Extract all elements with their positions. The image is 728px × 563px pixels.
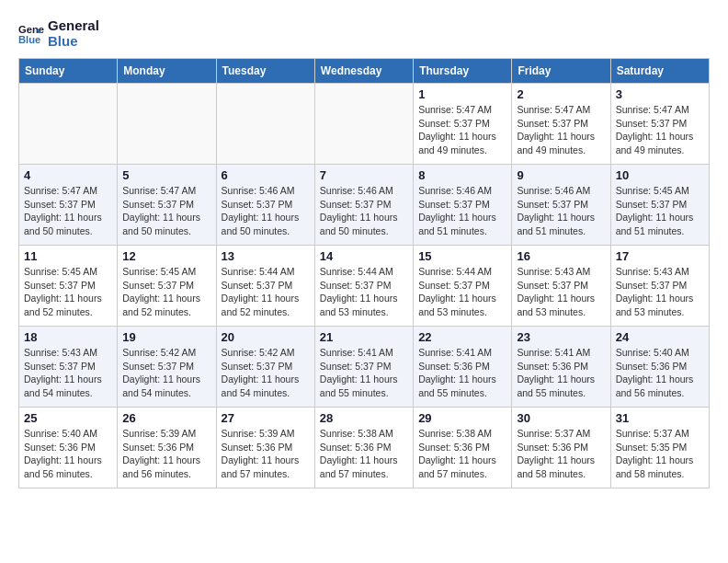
day-number: 3 [616, 87, 704, 101]
day-number: 27 [222, 411, 310, 425]
day-number: 6 [222, 168, 310, 182]
day-info: Sunrise: 5:41 AMSunset: 5:36 PMDaylight:… [418, 346, 506, 400]
calendar-day-cell: 10Sunrise: 5:45 AMSunset: 5:37 PMDayligh… [610, 165, 709, 246]
day-info: Sunrise: 5:38 AMSunset: 5:36 PMDaylight:… [320, 427, 408, 481]
calendar-day-cell [314, 84, 413, 165]
day-number: 25 [24, 411, 112, 425]
svg-text:Blue: Blue [18, 34, 40, 45]
day-info: Sunrise: 5:47 AMSunset: 5:37 PMDaylight:… [517, 103, 605, 157]
calendar-week-row: 4Sunrise: 5:47 AMSunset: 5:37 PMDaylight… [19, 165, 710, 246]
logo-icon: General Blue [18, 21, 44, 47]
day-info: Sunrise: 5:47 AMSunset: 5:37 PMDaylight:… [616, 103, 704, 157]
day-info: Sunrise: 5:37 AMSunset: 5:35 PMDaylight:… [616, 427, 704, 481]
day-info: Sunrise: 5:37 AMSunset: 5:36 PMDaylight:… [517, 427, 605, 481]
calendar-day-cell [118, 84, 216, 165]
weekday-header-tuesday: Tuesday [216, 59, 314, 84]
day-number: 24 [616, 330, 704, 344]
calendar-day-cell: 17Sunrise: 5:43 AMSunset: 5:37 PMDayligh… [610, 246, 709, 327]
day-info: Sunrise: 5:41 AMSunset: 5:36 PMDaylight:… [517, 346, 605, 400]
calendar-day-cell: 12Sunrise: 5:45 AMSunset: 5:37 PMDayligh… [118, 246, 216, 327]
day-number: 5 [122, 168, 210, 182]
day-info: Sunrise: 5:40 AMSunset: 5:36 PMDaylight:… [24, 427, 112, 481]
calendar-day-cell: 31Sunrise: 5:37 AMSunset: 5:35 PMDayligh… [610, 408, 709, 488]
calendar-day-cell: 4Sunrise: 5:47 AMSunset: 5:37 PMDaylight… [19, 165, 118, 246]
day-number: 15 [418, 249, 506, 263]
calendar-day-cell: 1Sunrise: 5:47 AMSunset: 5:37 PMDaylight… [414, 84, 512, 165]
calendar-day-cell: 11Sunrise: 5:45 AMSunset: 5:37 PMDayligh… [19, 246, 118, 327]
day-number: 17 [616, 249, 704, 263]
day-number: 12 [122, 249, 210, 263]
calendar-day-cell: 24Sunrise: 5:40 AMSunset: 5:36 PMDayligh… [610, 327, 709, 408]
weekday-header-saturday: Saturday [610, 59, 709, 84]
day-info: Sunrise: 5:43 AMSunset: 5:37 PMDaylight:… [517, 265, 605, 319]
calendar-day-cell: 18Sunrise: 5:43 AMSunset: 5:37 PMDayligh… [19, 327, 118, 408]
calendar-day-cell: 29Sunrise: 5:38 AMSunset: 5:36 PMDayligh… [414, 408, 512, 488]
weekday-header-sunday: Sunday [19, 59, 118, 84]
day-info: Sunrise: 5:45 AMSunset: 5:37 PMDaylight:… [616, 184, 704, 238]
calendar-day-cell: 22Sunrise: 5:41 AMSunset: 5:36 PMDayligh… [414, 327, 512, 408]
weekday-header-friday: Friday [512, 59, 610, 84]
day-number: 4 [24, 168, 112, 182]
day-number: 11 [24, 249, 112, 263]
day-number: 22 [418, 330, 506, 344]
calendar-week-row: 25Sunrise: 5:40 AMSunset: 5:36 PMDayligh… [19, 408, 710, 488]
day-number: 21 [320, 330, 408, 344]
calendar-day-cell: 14Sunrise: 5:44 AMSunset: 5:37 PMDayligh… [314, 246, 413, 327]
day-info: Sunrise: 5:42 AMSunset: 5:37 PMDaylight:… [222, 346, 310, 400]
calendar-day-cell: 15Sunrise: 5:44 AMSunset: 5:37 PMDayligh… [414, 246, 512, 327]
svg-text:General: General [18, 24, 44, 35]
calendar-day-cell: 26Sunrise: 5:39 AMSunset: 5:36 PMDayligh… [118, 408, 216, 488]
day-info: Sunrise: 5:45 AMSunset: 5:37 PMDaylight:… [24, 265, 112, 319]
day-info: Sunrise: 5:39 AMSunset: 5:36 PMDaylight:… [222, 427, 310, 481]
logo-blue: Blue [48, 34, 99, 50]
day-number: 30 [517, 411, 605, 425]
day-number: 16 [517, 249, 605, 263]
day-info: Sunrise: 5:39 AMSunset: 5:36 PMDaylight:… [122, 427, 210, 481]
day-number: 13 [222, 249, 310, 263]
day-info: Sunrise: 5:47 AMSunset: 5:37 PMDaylight:… [418, 103, 506, 157]
day-info: Sunrise: 5:46 AMSunset: 5:37 PMDaylight:… [222, 184, 310, 238]
calendar-day-cell: 5Sunrise: 5:47 AMSunset: 5:37 PMDaylight… [118, 165, 216, 246]
day-info: Sunrise: 5:44 AMSunset: 5:37 PMDaylight:… [418, 265, 506, 319]
day-info: Sunrise: 5:45 AMSunset: 5:37 PMDaylight:… [122, 265, 210, 319]
calendar-day-cell: 9Sunrise: 5:46 AMSunset: 5:37 PMDaylight… [512, 165, 610, 246]
day-info: Sunrise: 5:46 AMSunset: 5:37 PMDaylight:… [418, 184, 506, 238]
day-info: Sunrise: 5:41 AMSunset: 5:37 PMDaylight:… [320, 346, 408, 400]
calendar-day-cell: 19Sunrise: 5:42 AMSunset: 5:37 PMDayligh… [118, 327, 216, 408]
calendar-day-cell: 3Sunrise: 5:47 AMSunset: 5:37 PMDaylight… [610, 84, 709, 165]
day-info: Sunrise: 5:40 AMSunset: 5:36 PMDaylight:… [616, 346, 704, 400]
calendar-day-cell: 28Sunrise: 5:38 AMSunset: 5:36 PMDayligh… [314, 408, 413, 488]
day-info: Sunrise: 5:44 AMSunset: 5:37 PMDaylight:… [222, 265, 310, 319]
calendar-day-cell: 25Sunrise: 5:40 AMSunset: 5:36 PMDayligh… [19, 408, 118, 488]
calendar-day-cell: 20Sunrise: 5:42 AMSunset: 5:37 PMDayligh… [216, 327, 314, 408]
day-info: Sunrise: 5:43 AMSunset: 5:37 PMDaylight:… [24, 346, 112, 400]
day-info: Sunrise: 5:44 AMSunset: 5:37 PMDaylight:… [320, 265, 408, 319]
day-number: 9 [517, 168, 605, 182]
day-number: 26 [122, 411, 210, 425]
calendar-day-cell: 13Sunrise: 5:44 AMSunset: 5:37 PMDayligh… [216, 246, 314, 327]
weekday-header-wednesday: Wednesday [314, 59, 413, 84]
day-number: 31 [616, 411, 704, 425]
day-number: 2 [517, 87, 605, 101]
calendar-day-cell: 30Sunrise: 5:37 AMSunset: 5:36 PMDayligh… [512, 408, 610, 488]
day-number: 28 [320, 411, 408, 425]
page-header: General Blue General Blue [18, 18, 710, 49]
day-number: 23 [517, 330, 605, 344]
calendar-day-cell: 27Sunrise: 5:39 AMSunset: 5:36 PMDayligh… [216, 408, 314, 488]
calendar-week-row: 18Sunrise: 5:43 AMSunset: 5:37 PMDayligh… [19, 327, 710, 408]
day-info: Sunrise: 5:42 AMSunset: 5:37 PMDaylight:… [122, 346, 210, 400]
day-info: Sunrise: 5:38 AMSunset: 5:36 PMDaylight:… [418, 427, 506, 481]
day-number: 18 [24, 330, 112, 344]
logo: General Blue General Blue [18, 18, 99, 49]
calendar-day-cell: 16Sunrise: 5:43 AMSunset: 5:37 PMDayligh… [512, 246, 610, 327]
day-number: 10 [616, 168, 704, 182]
day-number: 14 [320, 249, 408, 263]
day-number: 20 [222, 330, 310, 344]
day-info: Sunrise: 5:47 AMSunset: 5:37 PMDaylight:… [24, 184, 112, 238]
day-info: Sunrise: 5:46 AMSunset: 5:37 PMDaylight:… [320, 184, 408, 238]
calendar-day-cell: 6Sunrise: 5:46 AMSunset: 5:37 PMDaylight… [216, 165, 314, 246]
day-number: 29 [418, 411, 506, 425]
weekday-header-monday: Monday [118, 59, 216, 84]
calendar-week-row: 1Sunrise: 5:47 AMSunset: 5:37 PMDaylight… [19, 84, 710, 165]
calendar-table: SundayMondayTuesdayWednesdayThursdayFrid… [18, 58, 710, 488]
